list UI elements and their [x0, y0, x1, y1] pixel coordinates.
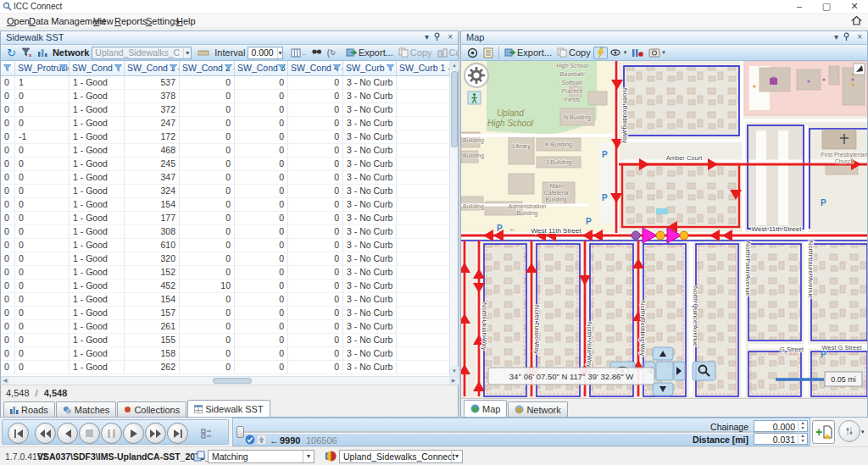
tab-network[interactable]: Network — [508, 401, 567, 417]
settings-dial-dropdown[interactable]: ▾ — [861, 429, 865, 435]
home-icon[interactable] — [851, 15, 862, 26]
tab-roads[interactable]: Roads — [3, 401, 55, 417]
table-row[interactable]: 0 0 1 - Good 261 0 0 0 3 - No Curb — [1, 320, 451, 334]
table-row[interactable]: 0 0 1 - Good 157 0 0 0 3 - No Curb — [1, 307, 451, 320]
fast-forward-button[interactable] — [145, 423, 166, 444]
refresh-button[interactable]: ↻ — [4, 46, 19, 59]
skip-to-start-button[interactable] — [8, 423, 29, 444]
table-row[interactable]: 0 0 1 - Good 247 0 0 0 3 - No Curb — [1, 117, 451, 130]
stop-button[interactable] — [79, 423, 100, 444]
ruler-icon[interactable] — [195, 46, 212, 59]
table-row[interactable]: 0 0 1 - Good 372 0 0 0 3 - No Curb — [1, 103, 451, 117]
table-row[interactable]: 0 0 1 - Good 177 0 0 0 3 - No Curb — [1, 212, 451, 225]
tab-matches[interactable]: Matches — [56, 401, 117, 417]
tab-map[interactable]: Map — [464, 400, 507, 417]
map-export-button[interactable]: Export... — [502, 46, 554, 59]
skip-to-end-button[interactable] — [167, 423, 188, 444]
sidewalk-panel-header[interactable]: Sidewalk SST ▾ × — [1, 31, 458, 45]
table-row[interactable]: 0 0 1 - Good 154 0 0 0 3 - No Curb — [1, 198, 451, 212]
table-row[interactable]: 0 1 1 - Good 537 0 0 0 3 - No Curb — [1, 76, 451, 90]
table-row[interactable]: 0 0 1 - Good 610 0 0 0 3 - No Curb — [1, 239, 451, 252]
table-row[interactable]: 0 0 1 - Good 155 0 0 0 3 - No Curb — [1, 334, 451, 347]
position-back-arrow[interactable]: ← — [270, 435, 279, 446]
pause-tracking-icon[interactable] — [629, 46, 646, 59]
table-row[interactable]: 0 0 1 - Good 452 10 0 0 3 - No Curb — [1, 280, 451, 293]
step-back-button[interactable] — [57, 423, 78, 444]
export-button[interactable]: Export... — [343, 46, 396, 59]
goto-icon[interactable]: (↻ — [325, 46, 338, 59]
panel-menu-icon[interactable]: ▾ — [834, 32, 838, 42]
menu-help[interactable]: Help — [174, 15, 198, 27]
interval-combo[interactable]: 0.000 ▾ — [248, 47, 283, 59]
copy-button[interactable]: Copy — [396, 46, 435, 59]
column-header[interactable]: SW_Cond 3 - — [235, 61, 288, 75]
column-header[interactable]: SW_Protrusion — [15, 61, 70, 75]
minimize-button[interactable]: – — [788, 1, 810, 12]
table-row[interactable]: 0 0 1 - Good 308 0 0 0 3 - No Curb — [1, 225, 451, 239]
map-settings-button[interactable] — [465, 64, 488, 87]
chainage-spinner[interactable]: ▲▼ — [798, 420, 807, 432]
column-header[interactable]: SW_Curb — [343, 61, 397, 75]
close-panel-icon[interactable]: × — [857, 32, 862, 42]
table-row[interactable]: 0 0 1 - Good 378 0 0 0 3 - No Curb — [1, 90, 451, 103]
column-chooser-button[interactable]: .. — [288, 46, 308, 59]
north-arrow-button[interactable] — [854, 64, 865, 75]
find-icon[interactable] — [309, 46, 325, 59]
settings-dial-button[interactable] — [838, 420, 860, 442]
pin-icon[interactable] — [433, 32, 441, 43]
matching-combo[interactable]: Matching ▼ — [208, 450, 314, 463]
legend-icon[interactable] — [481, 46, 496, 59]
column-header[interactable]: SW_Curb 1 - — [397, 61, 451, 75]
map-copy-button[interactable]: Copy — [554, 46, 593, 59]
layout-options-icon[interactable] — [201, 429, 212, 439]
table-row[interactable]: 0 0 1 - Good 154 0 0 0 3 - No Curb — [1, 293, 451, 307]
horizontal-scrollbar[interactable]: ◀ ▶ — [1, 376, 459, 385]
table-row[interactable]: 0 0 1 - Good 158 0 0 0 3 - No Curb — [1, 347, 451, 361]
table-row[interactable]: 0 0 1 - Good 152 0 0 0 3 - No Curb — [1, 266, 451, 280]
header-filter-corner[interactable] — [1, 61, 15, 75]
close-panel-icon[interactable]: × — [448, 32, 453, 42]
panel-menu-icon[interactable]: ▾ — [425, 32, 429, 42]
vertical-scrollbar[interactable]: ▲ ▼ — [449, 61, 458, 376]
cell — [397, 212, 451, 225]
network-chart-icon[interactable] — [35, 46, 50, 59]
network-combo[interactable]: Upland_Sidewalks_Connect ▾ — [92, 47, 192, 59]
table-row[interactable]: 0 0 1 - Good 347 0 0 0 3 - No Curb — [1, 171, 451, 185]
column-header[interactable]: SW_Cond 4 - — [288, 61, 343, 75]
rewind-button[interactable] — [35, 423, 56, 444]
add-report-button[interactable]: + — [812, 420, 835, 444]
auto-track-button[interactable] — [593, 47, 608, 59]
network-select-combo[interactable]: Upland_Sidewalks_Connect ▼ — [339, 450, 463, 463]
visibility-button[interactable]: ▾ — [608, 46, 630, 59]
vertical-scrollbar-thumb[interactable] — [451, 71, 458, 147]
clear-filter-button[interactable]: x — [19, 46, 35, 59]
table-row[interactable]: 0 0 1 - Good 468 0 0 0 3 - No Curb — [1, 144, 451, 158]
tab-sidewalk-sst[interactable]: Sidewalk SST — [187, 400, 270, 417]
tab-collections[interactable]: Collections — [117, 401, 186, 417]
play-button[interactable] — [123, 423, 144, 444]
horizontal-scrollbar-thumb[interactable] — [213, 378, 252, 384]
distance-spinner[interactable]: ▲▼ — [798, 433, 807, 445]
table-row[interactable]: 0 -1 1 - Good 172 0 0 0 3 - No Curb — [1, 130, 451, 144]
table-body[interactable]: 0 1 1 - Good 537 0 0 0 3 - No Curb 0 0 1… — [1, 76, 451, 376]
pin-icon[interactable] — [843, 32, 850, 43]
table-row[interactable]: 0 0 1 - Good 324 0 0 0 3 - No Curb — [1, 185, 451, 198]
cell: 452 — [125, 280, 180, 293]
table-row[interactable]: 0 0 1 - Good 245 0 0 0 3 - No Curb — [1, 158, 451, 171]
map-panel-header[interactable]: Map ▾ × — [461, 31, 867, 45]
column-header[interactable]: SW_Cond 1 - — [125, 61, 180, 75]
column-header[interactable]: SW_Cond 2 - — [180, 61, 235, 75]
table-row[interactable]: 0 0 1 - Good 262 0 0 0 3 - No Curb — [1, 361, 451, 374]
zoom-mode-button[interactable]: ▾ — [646, 46, 668, 59]
close-button[interactable]: ✕ — [843, 1, 865, 12]
pause-button[interactable] — [101, 423, 122, 444]
cell: 3 - No Curb — [343, 198, 397, 212]
pedestrian-layer-button[interactable] — [468, 91, 481, 104]
position-up-icon[interactable] — [257, 435, 266, 445]
position-slider-handle[interactable] — [236, 426, 244, 438]
map-canvas[interactable]: High School Baseball/ Softball/ Practice… — [461, 61, 867, 398]
table-row[interactable]: 0 0 1 - Good 320 0 0 0 3 - No Curb — [1, 252, 451, 266]
record-position-icon[interactable] — [465, 46, 481, 59]
column-header[interactable]: SW_Cond — [70, 61, 125, 75]
maximize-button[interactable]: ▢ — [815, 1, 837, 12]
